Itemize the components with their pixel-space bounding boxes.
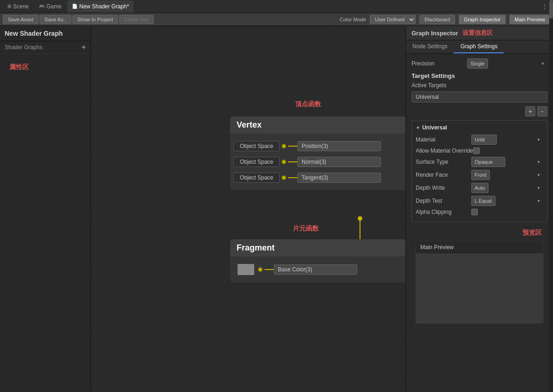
save-asset-button[interactable]: Save Asset <box>3 15 39 24</box>
material-select-wrapper: Unlit Lit SpriteLit <box>471 135 543 145</box>
sidebar-add-button[interactable]: + <box>82 43 86 51</box>
right-panel: Graph Inspector 设置信息区 Node Settings Grap… <box>405 26 553 392</box>
toolbar: Save Asset Save As.. Show In Project Che… <box>0 13 553 26</box>
render-face-select[interactable]: Front Back Both <box>471 170 490 180</box>
tab-shader-graph[interactable]: 📄 New Shader Graph* <box>67 0 134 13</box>
tab-shader-label: New Shader Graph* <box>79 3 129 10</box>
tab-graph-settings[interactable]: Graph Settings <box>454 40 504 53</box>
preview-canvas-svg <box>416 254 543 323</box>
sidebar: New Shader Graph Shader Graphs + 属性区 <box>0 26 91 392</box>
blackboard-button[interactable]: Blackboard <box>419 15 455 24</box>
precision-select[interactable]: Single Half Float <box>467 58 488 69</box>
check-out-button[interactable]: Check Out <box>119 15 154 24</box>
tangent-space-label: Object Space <box>233 173 280 183</box>
collapse-icon[interactable]: ▼ <box>416 125 420 130</box>
material-row: Material Unlit Lit SpriteLit <box>416 135 543 145</box>
render-face-label: Render Face <box>416 172 471 178</box>
base-color-port-row: Base Color(3) <box>230 262 405 277</box>
svg-point-0 <box>358 216 362 221</box>
position-connector <box>282 144 286 148</box>
base-color-line <box>264 269 274 270</box>
allow-material-override-label: Allow Material Override <box>416 148 473 154</box>
main-preview-header: Main Preview <box>416 241 543 254</box>
depth-test-select[interactable]: L Equal Greater Less Always <box>471 196 495 206</box>
base-color-swatch <box>238 264 254 275</box>
inspector-header: Graph Inspector 设置信息区 <box>406 26 553 40</box>
sidebar-section-label: Shader Graphs <box>5 44 42 51</box>
color-mode-select[interactable]: User Defined Default <box>370 15 416 24</box>
depth-test-label: Depth Test <box>416 198 471 204</box>
game-icon: 🎮 <box>39 4 45 9</box>
depth-write-select[interactable]: Auto On Off <box>471 183 489 193</box>
tangent-line <box>288 177 297 178</box>
fragment-node-body: Base Color(3) <box>230 257 405 283</box>
depth-write-label: Depth Write <box>416 185 471 191</box>
add-target-button[interactable]: + <box>525 106 535 116</box>
color-mode-label: Color Mode <box>340 17 366 22</box>
surface-type-label: Surface Type <box>416 159 471 165</box>
depth-test-select-wrapper: L Equal Greater Less Always <box>471 196 543 206</box>
tangent-field[interactable]: Tangent(3) <box>297 173 381 183</box>
vertex-node: Vertex Object Space Position(3) Object S… <box>230 116 405 190</box>
fragment-annotation-label: 片元函数 <box>293 225 319 233</box>
normal-field[interactable]: Normal(3) <box>297 157 381 167</box>
toolbar-right: Color Mode User Defined Default Blackboa… <box>340 15 550 24</box>
tangent-connector <box>282 175 286 180</box>
tab-scene[interactable]: ⊞ Scene <box>3 0 33 13</box>
main-preview-button[interactable]: Main Preview <box>509 15 550 24</box>
inspector-scrollbar-track[interactable] <box>549 0 553 392</box>
alpha-clipping-checkbox[interactable] <box>471 209 478 215</box>
allow-material-override-row: Allow Material Override <box>416 148 543 154</box>
material-select[interactable]: Unlit Lit SpriteLit <box>471 135 497 145</box>
fragment-node: Fragment Base Color(3) <box>230 239 405 283</box>
more-options-button[interactable]: ⋮ <box>539 3 550 10</box>
base-color-field[interactable]: Base Color(3) <box>274 264 357 275</box>
render-face-row: Render Face Front Back Both <box>416 170 543 180</box>
show-in-project-button[interactable]: Show In Project <box>72 15 118 24</box>
universal-section-header-row: ▼ Universal <box>416 124 543 131</box>
normal-line <box>288 161 297 162</box>
tab-game[interactable]: 🎮 Game <box>34 0 66 13</box>
graph-inspector-button[interactable]: Graph Inspector <box>459 15 506 24</box>
depth-test-row: Depth Test L Equal Greater Less Always <box>416 196 543 206</box>
graph-canvas[interactable]: 顶点函数 Vertex Object Space Position(3) Obj… <box>91 26 405 392</box>
depth-write-select-wrapper: Auto On Off <box>471 183 543 193</box>
position-line <box>288 146 297 147</box>
more-icon: ⋮ <box>542 3 547 10</box>
preview-annotation-label: 预览区 <box>412 226 547 237</box>
surface-type-select[interactable]: Opaque Transparent <box>471 157 505 167</box>
surface-type-select-wrapper: Opaque Transparent <box>471 157 543 167</box>
render-face-select-wrapper: Front Back Both <box>471 170 543 180</box>
inspector-scrollbar-thumb[interactable] <box>549 0 553 19</box>
scene-icon: ⊞ <box>7 4 11 9</box>
surface-type-row: Surface Type Opaque Transparent <box>416 157 543 167</box>
universal-section: ▼ Universal Material Unlit Lit SpriteLit <box>412 120 547 222</box>
alpha-clipping-label: Alpha Clipping <box>416 209 471 215</box>
tangent-port-row: Object Space Tangent(3) <box>230 171 405 185</box>
main-layout: New Shader Graph Shader Graphs + 属性区 顶点函… <box>0 26 553 392</box>
vertex-node-header: Vertex <box>230 116 405 134</box>
vertex-annotation-label: 顶点函数 <box>295 100 321 109</box>
material-label: Material <box>416 136 471 143</box>
inspector-tabs: Node Settings Graph Settings <box>406 40 553 54</box>
target-buttons: + - <box>412 106 547 116</box>
tab-game-label: Game <box>46 3 62 10</box>
svg-rect-2 <box>416 254 543 323</box>
remove-target-button[interactable]: - <box>537 106 547 116</box>
sidebar-title: New Shader Graph <box>0 26 90 41</box>
active-targets-label: Active Targets <box>412 82 467 89</box>
main-preview-canvas <box>416 254 543 323</box>
position-field[interactable]: Position(3) <box>297 141 381 151</box>
precision-label: Precision <box>412 60 467 67</box>
allow-material-override-checkbox[interactable] <box>473 148 480 154</box>
universal-section-title: Universal <box>422 124 447 131</box>
normal-connector <box>282 160 286 164</box>
node-connections <box>91 26 405 392</box>
title-bar: ⊞ Scene 🎮 Game 📄 New Shader Graph* ⋮ <box>0 0 553 13</box>
alpha-clipping-row: Alpha Clipping <box>416 209 543 215</box>
inspector-annotation: 设置信息区 <box>463 29 493 37</box>
position-port-row: Object Space Position(3) <box>230 139 405 153</box>
vertex-node-body: Object Space Position(3) Object Space No… <box>230 134 405 190</box>
save-as-button[interactable]: Save As.. <box>39 15 71 24</box>
tab-node-settings[interactable]: Node Settings <box>406 40 454 53</box>
